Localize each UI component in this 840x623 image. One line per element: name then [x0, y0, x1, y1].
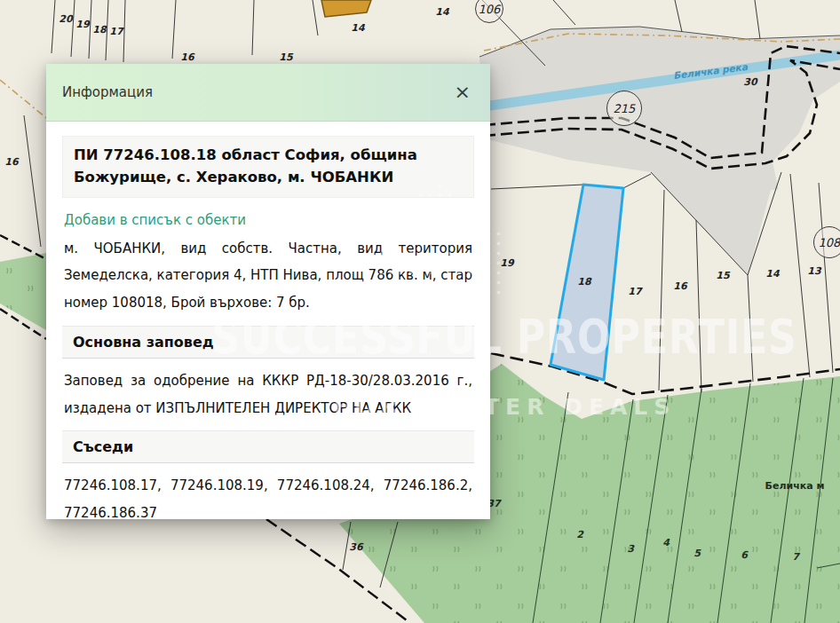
info-popup-body: ПИ 77246.108.18 област София, община Бож…: [46, 122, 490, 519]
property-description: м. ЧОБАНКИ, вид собств. Частна, вид тери…: [64, 235, 472, 317]
popup-title: Информация: [62, 84, 153, 100]
neighbors-text: 77246.108.17, 77246.108.19, 77246.108.24…: [64, 472, 472, 519]
order-section-header: Основна заповед: [62, 326, 474, 359]
info-popup: Информация × ПИ 77246.108.18 област Софи…: [46, 64, 490, 519]
close-button[interactable]: ×: [449, 81, 476, 104]
neighbors-section-header: Съседи: [62, 430, 474, 463]
info-popup-header: Информация ×: [46, 64, 490, 122]
close-icon: ×: [455, 81, 471, 103]
order-text: Заповед за одобрение на КККР РД-18-30/28…: [64, 367, 472, 422]
add-to-list-link[interactable]: Добави в списък с обекти: [64, 212, 246, 228]
property-title: ПИ 77246.108.18 област София, община Бож…: [62, 136, 474, 198]
